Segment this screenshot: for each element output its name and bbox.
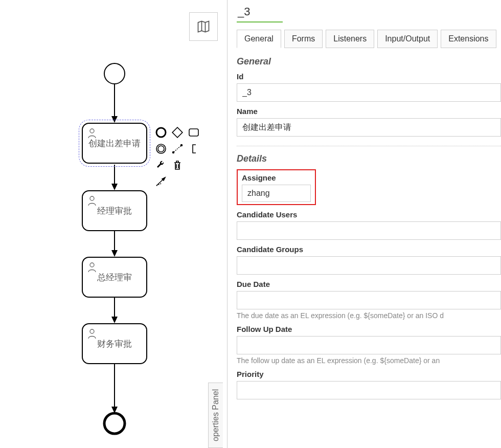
candidate-groups-label: Candidate Groups xyxy=(237,245,501,254)
context-pad xyxy=(154,126,200,188)
name-input[interactable] xyxy=(237,118,501,137)
svg-point-13 xyxy=(104,413,125,434)
id-label: Id xyxy=(237,72,501,81)
svg-point-19 xyxy=(158,146,164,152)
field-candidate-groups: Candidate Groups xyxy=(237,245,501,275)
user-task-manager-approval[interactable]: 经理审批 xyxy=(82,190,147,231)
svg-marker-10 xyxy=(111,317,118,323)
svg-rect-17 xyxy=(189,129,198,136)
tab-forms[interactable]: Forms xyxy=(284,30,323,48)
priority-label: Priority xyxy=(237,370,501,378)
section-details-title: Details xyxy=(237,153,501,164)
tabs: General Forms Listeners Input/Output Ext… xyxy=(237,30,501,48)
field-candidate-users: Candidate Users xyxy=(237,210,501,240)
task-icon[interactable] xyxy=(187,126,200,139)
due-date-hint: The due date as an EL expression (e.g. $… xyxy=(237,311,501,320)
svg-rect-16 xyxy=(172,127,183,138)
svg-point-27 xyxy=(90,263,94,267)
candidate-users-label: Candidate Users xyxy=(237,210,501,219)
sequence-flow-icon[interactable] xyxy=(154,175,168,188)
section-general-title: General xyxy=(237,56,501,67)
assignee-highlight: Assignee xyxy=(237,169,316,205)
tab-input-output[interactable]: Input/Output xyxy=(377,30,438,48)
tab-general[interactable]: General xyxy=(237,30,281,48)
tab-listeners[interactable]: Listeners xyxy=(326,30,374,48)
user-task-gm-approval[interactable]: 总经理审 xyxy=(82,257,147,298)
trash-icon[interactable] xyxy=(171,159,184,172)
divider xyxy=(237,146,501,146)
name-label: Name xyxy=(237,107,501,116)
text-annotation-icon[interactable] xyxy=(187,142,200,155)
svg-point-26 xyxy=(90,196,94,200)
header-underline xyxy=(237,21,283,23)
priority-input[interactable] xyxy=(237,381,501,399)
svg-point-2 xyxy=(104,63,125,84)
user-icon xyxy=(87,195,97,209)
user-icon xyxy=(87,128,97,142)
field-name: Name xyxy=(237,107,501,137)
user-icon xyxy=(87,328,97,342)
svg-point-28 xyxy=(90,329,94,333)
id-input[interactable] xyxy=(237,83,501,102)
wrench-icon[interactable] xyxy=(154,159,168,172)
svg-marker-8 xyxy=(111,250,118,257)
svg-point-21 xyxy=(181,145,183,146)
connect-icon[interactable] xyxy=(171,142,184,155)
task-label: 经理审批 xyxy=(97,205,132,217)
properties-panel-tab[interactable]: operties Panel xyxy=(208,383,223,448)
intermediate-event-icon[interactable] xyxy=(154,142,168,155)
panel-header: _3 xyxy=(238,5,501,21)
user-task-create-trip-request[interactable]: 创建出差申请 xyxy=(82,123,147,164)
tab-extensions[interactable]: Extensions xyxy=(441,30,496,48)
candidate-groups-input[interactable] xyxy=(237,256,501,275)
bpmn-canvas[interactable]: 创建出差申请 xyxy=(0,0,227,448)
follow-up-date-label: Follow Up Date xyxy=(237,325,501,333)
field-follow-up-date: Follow Up Date The follow up date as an … xyxy=(237,325,501,365)
task-label: 财务审批 xyxy=(97,338,132,350)
task-label: 总经理审 xyxy=(97,272,132,283)
candidate-users-input[interactable] xyxy=(237,221,501,240)
due-date-input[interactable] xyxy=(237,291,501,309)
user-icon xyxy=(87,262,97,276)
due-date-label: Due Date xyxy=(237,280,501,288)
end-event-icon[interactable] xyxy=(154,126,168,139)
svg-marker-4 xyxy=(111,116,118,123)
svg-line-22 xyxy=(174,146,181,152)
svg-point-14 xyxy=(90,129,94,133)
field-due-date: Due Date The due date as an EL expressio… xyxy=(237,280,501,320)
properties-panel: _3 General Forms Listeners Input/Output … xyxy=(227,0,501,448)
assignee-input[interactable] xyxy=(242,185,311,202)
follow-up-date-input[interactable] xyxy=(237,336,501,354)
svg-point-15 xyxy=(156,128,166,137)
user-task-finance-approval[interactable]: 财务审批 xyxy=(82,323,147,364)
pad-empty xyxy=(187,159,200,172)
field-id: Id xyxy=(237,72,501,102)
field-priority: Priority xyxy=(237,370,501,399)
follow-up-date-hint: The follow up date as an EL expression (… xyxy=(237,356,501,365)
assignee-label: Assignee xyxy=(242,173,311,182)
svg-marker-6 xyxy=(111,184,118,190)
gateway-icon[interactable] xyxy=(171,126,184,139)
